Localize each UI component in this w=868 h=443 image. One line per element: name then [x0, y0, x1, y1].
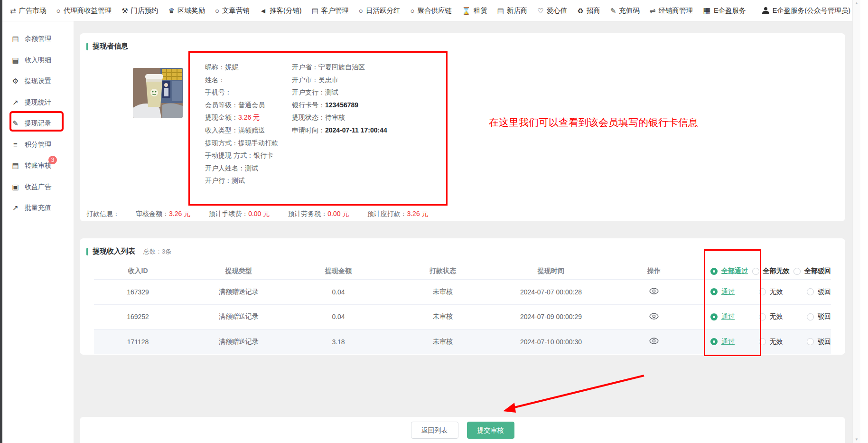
field-province: 开户省：宁夏回族自治区 [292, 61, 387, 74]
scroll-up-icon[interactable]: ▲ [855, 1, 859, 5]
radio-checked-icon[interactable] [710, 338, 718, 345]
section-accent-bar [86, 248, 88, 255]
estimated-labor-tax: 预计劳务税：0.00 元 [288, 210, 349, 218]
nav-item-eqiying-service[interactable]: ▦E企盈服务 [703, 6, 746, 15]
row-invalid-radio[interactable]: 无效 [759, 312, 783, 321]
row-approve-radio[interactable]: 通过 [710, 338, 735, 346]
audit-amount: 审核金额：3.26 元 [136, 210, 190, 218]
row-reject-radio[interactable]: 驳回 [807, 338, 831, 346]
nav-item-article-marketing[interactable]: ○文章营销 [215, 6, 250, 15]
sidebar: ▤余额管理 ▤收入明细 ⚙提现设置 ↗提现统计 ✎提现记录 ≡积分管理 ▤转账审… [2, 21, 74, 443]
trophy-icon: ♛ [168, 7, 175, 14]
cell-income-id: 169252 [94, 313, 182, 320]
nav-item-investment[interactable]: ♻招商 [577, 6, 600, 15]
radio-icon[interactable] [759, 313, 766, 320]
chart-icon: ↗ [11, 204, 19, 212]
radio-icon[interactable] [752, 268, 759, 275]
income-list-card: 提现收入列表 总数：3条 收入ID 提现类型 提现金额 打款状态 提现时间 操作… [80, 238, 845, 355]
circle-icon: ○ [215, 7, 219, 14]
submit-audit-button[interactable]: 提交审核 [467, 422, 514, 439]
handshake-icon: ⇌ [650, 7, 656, 14]
sidebar-item-points-mgmt[interactable]: ≡积分管理 [2, 134, 74, 156]
sidebar-item-income-detail[interactable]: ▤收入明细 [2, 50, 74, 71]
row-approve-radio[interactable]: 通过 [710, 288, 735, 296]
document-icon: ▤ [11, 35, 19, 43]
radio-checked-icon[interactable] [710, 313, 718, 320]
cell-payment-status: 未审核 [381, 312, 504, 321]
bulk-invalid-radio[interactable]: 全部无效 [752, 267, 790, 275]
nav-item-region-reward[interactable]: ♛区域奖励 [168, 6, 205, 15]
radio-checked-icon[interactable] [710, 268, 718, 275]
nav-item-love-value[interactable]: ♡爱心值 [537, 6, 567, 15]
back-to-list-button[interactable]: 返回列表 [411, 422, 458, 439]
sidebar-item-transfer-audit[interactable]: ▤转账审核3 [2, 155, 74, 177]
row-invalid-radio[interactable]: 无效 [759, 288, 783, 296]
sidebar-item-revenue-ads[interactable]: ▣收益广告 [2, 177, 74, 198]
cell-withdraw-time: 2024-07-10 00:00:30 [504, 338, 597, 346]
bulk-approve-radio[interactable]: 全部通过 [710, 267, 748, 275]
document-icon: ▤ [11, 56, 19, 65]
top-navigation: ⇄广告市场 ○代理商收益管理 ⚒门店预约 ♛区域奖励 ○文章营销 ◄推客(分销)… [2, 0, 852, 21]
account-menu[interactable]: E企盈服务(公众号管理员) [762, 6, 850, 15]
recycle-icon: ♻ [577, 7, 583, 14]
col-withdraw-time: 提现时间 [504, 267, 597, 275]
scroll-down-icon[interactable]: ▼ [855, 438, 859, 442]
nav-item-recharge-code[interactable]: ✎充值码 [610, 6, 640, 15]
view-icon[interactable] [649, 288, 659, 294]
section-title: 提现收入列表 [93, 247, 135, 256]
sidebar-item-withdraw-settings[interactable]: ⚙提现设置 [2, 71, 74, 92]
nav-item-supply-chain[interactable]: ○聚合供应链 [410, 6, 452, 15]
member-avatar [133, 68, 183, 118]
row-reject-radio[interactable]: 驳回 [807, 312, 831, 321]
radio-checked-icon[interactable] [710, 288, 718, 295]
col-withdraw-type: 提现类型 [182, 267, 296, 275]
cell-payment-status: 未审核 [381, 288, 504, 296]
nav-item-distribution[interactable]: ◄推客(分销) [260, 6, 302, 15]
list-icon: ▤ [497, 7, 504, 14]
field-city: 开户市：吴忠市 [292, 74, 387, 86]
nav-item-rental[interactable]: ⌛租赁 [462, 6, 487, 15]
nav-item-daily-dividend[interactable]: ○日活跃分红 [359, 6, 401, 15]
main-content: 提现者信息 [74, 21, 852, 443]
circle-icon: ○ [410, 7, 414, 14]
sidebar-item-batch-recharge[interactable]: ↗批量充值 [2, 198, 74, 219]
view-icon[interactable] [649, 338, 659, 344]
table-row: 171128 满额赠送记录 3.18 未审核 2024-07-10 00:00:… [94, 329, 831, 354]
table-row: 169252 满额赠送记录 0.04 未审核 2024-07-09 00:00:… [94, 304, 831, 330]
table-row: 167329 满额赠送记录 0.04 未审核 2024-07-07 00:00:… [94, 279, 831, 304]
vertical-scrollbar[interactable]: ▲ ▼ [852, 0, 860, 443]
radio-icon[interactable] [759, 338, 766, 345]
circle-icon: ○ [56, 7, 61, 14]
sidebar-item-withdraw-records[interactable]: ✎提现记录 [2, 113, 74, 134]
radio-icon[interactable] [807, 313, 814, 320]
cell-withdraw-type: 满额赠送记录 [182, 288, 296, 296]
cell-withdraw-type: 满额赠送记录 [182, 338, 296, 346]
row-reject-radio[interactable]: 驳回 [807, 288, 831, 296]
withdrawer-info-card: 提现者信息 [80, 33, 845, 221]
nav-item-agent-revenue[interactable]: ○代理商收益管理 [56, 6, 112, 15]
bulk-reject-radio[interactable]: 全部驳回 [793, 267, 831, 275]
radio-icon[interactable] [807, 338, 814, 345]
sidebar-item-withdraw-stats[interactable]: ↗提现统计 [2, 92, 74, 113]
row-invalid-radio[interactable]: 无效 [759, 338, 783, 346]
radio-icon[interactable] [793, 268, 801, 275]
nav-item-customer-mgmt[interactable]: ▤客户管理 [312, 6, 349, 15]
field-manual-method: 手动提现 方式：银行卡 [205, 149, 292, 162]
nav-item-ad-market[interactable]: ⇄广告市场 [10, 6, 47, 15]
col-amount: 提现金额 [296, 267, 381, 275]
view-icon[interactable] [649, 313, 659, 320]
cell-amount: 0.04 [296, 313, 381, 320]
col-payment-status: 打款状态 [381, 267, 504, 275]
cell-amount: 0.04 [296, 288, 381, 296]
sidebar-item-balance-mgmt[interactable]: ▤余额管理 [2, 28, 74, 50]
row-approve-radio[interactable]: 通过 [710, 312, 735, 321]
nav-item-new-store[interactable]: ▤新店商 [497, 6, 528, 15]
nav-item-dealer-mgmt[interactable]: ⇌经销商管理 [650, 6, 693, 15]
gear-icon: ⚙ [11, 77, 19, 85]
chart-icon: ↗ [11, 98, 19, 107]
cell-withdraw-type: 满额赠送记录 [182, 312, 296, 321]
radio-icon[interactable] [807, 288, 814, 295]
nav-item-store-booking[interactable]: ⚒门店预约 [121, 6, 158, 15]
radio-icon[interactable] [759, 288, 766, 295]
cell-withdraw-time: 2024-07-07 00:00:28 [504, 288, 597, 296]
